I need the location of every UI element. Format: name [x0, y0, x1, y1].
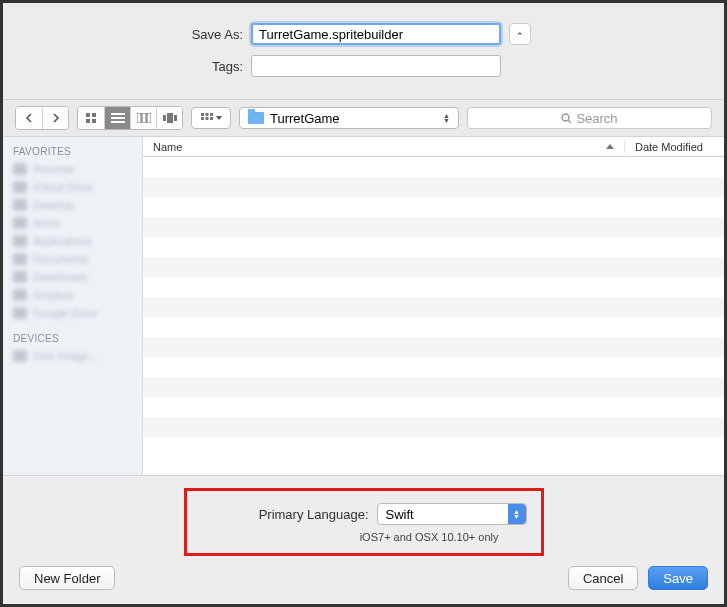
svg-rect-15 [210, 113, 213, 116]
table-row [143, 437, 724, 457]
table-row [143, 377, 724, 397]
save-dialog: Save As: Tags: [3, 3, 724, 604]
table-row [143, 277, 724, 297]
dialog-button-row: New Folder Cancel Save [19, 566, 708, 590]
browser-toolbar: TurretGame ▲▼ Search [3, 99, 724, 137]
coverflow-view-icon [163, 113, 177, 123]
search-placeholder: Search [576, 111, 617, 126]
primary-language-label: Primary Language: [259, 507, 369, 522]
collapse-toggle-button[interactable] [509, 23, 531, 45]
chevron-left-icon [25, 113, 33, 123]
column-header-date[interactable]: Date Modified [624, 141, 724, 153]
icons-view-icon [85, 112, 97, 124]
search-input[interactable]: Search [467, 107, 712, 129]
file-rows[interactable] [143, 157, 724, 475]
new-folder-button[interactable]: New Folder [19, 566, 115, 590]
view-list-button[interactable] [104, 107, 130, 129]
chevron-down-icon [216, 116, 222, 120]
view-columns-button[interactable] [130, 107, 156, 129]
svg-rect-6 [111, 121, 125, 123]
svg-rect-10 [163, 115, 166, 121]
svg-line-20 [569, 120, 572, 123]
sidebar-item[interactable]: iCloud Drive [3, 178, 142, 196]
bottom-section: Primary Language: Swift ▲▼ iOS7+ and OSX… [3, 476, 724, 604]
view-mode-group [77, 106, 183, 130]
primary-language-highlight: Primary Language: Swift ▲▼ iOS7+ and OSX… [184, 488, 544, 556]
svg-rect-7 [137, 113, 141, 123]
sidebar-item[interactable]: Desktop [3, 196, 142, 214]
table-row [143, 357, 724, 377]
svg-rect-13 [201, 113, 204, 116]
sidebar-item[interactable]: Google Drive [3, 304, 142, 322]
path-label: TurretGame [270, 111, 340, 126]
svg-rect-17 [205, 117, 208, 120]
chevron-right-icon [52, 113, 60, 123]
sidebar-section-devices: Devices [3, 330, 142, 347]
table-row [143, 317, 724, 337]
table-row [143, 177, 724, 197]
svg-rect-3 [92, 119, 96, 123]
nav-back-forward-group [15, 106, 69, 130]
svg-rect-16 [201, 117, 204, 120]
sidebar-item[interactable]: Documents [3, 250, 142, 268]
table-row [143, 337, 724, 357]
table-row [143, 197, 724, 217]
primary-language-select[interactable]: Swift ▲▼ [377, 503, 527, 525]
sidebar-section-favorites: Favorites [3, 143, 142, 160]
table-row [143, 257, 724, 277]
table-row [143, 297, 724, 317]
save-as-input[interactable] [251, 23, 501, 45]
table-row [143, 417, 724, 437]
folder-icon [248, 112, 264, 124]
column-header-name[interactable]: Name [143, 141, 624, 153]
svg-rect-14 [205, 113, 208, 116]
nav-back-button[interactable] [16, 107, 42, 129]
svg-rect-5 [111, 117, 125, 119]
svg-rect-2 [86, 119, 90, 123]
search-icon [561, 113, 572, 124]
svg-rect-1 [92, 113, 96, 117]
group-by-dropdown[interactable] [191, 107, 231, 129]
updown-icon: ▲▼ [443, 113, 450, 123]
sort-asc-icon [606, 144, 614, 149]
save-button[interactable]: Save [648, 566, 708, 590]
svg-rect-4 [111, 113, 125, 115]
save-as-label: Save As: [23, 27, 243, 42]
svg-point-19 [562, 114, 569, 121]
sidebar-item[interactable]: Applications [3, 232, 142, 250]
tags-label: Tags: [23, 59, 243, 74]
save-as-row: Save As: [23, 23, 704, 45]
primary-language-value: Swift [386, 507, 414, 522]
sidebar-item[interactable]: Recents [3, 160, 142, 178]
nav-forward-button[interactable] [42, 107, 68, 129]
svg-rect-9 [147, 113, 151, 123]
table-row [143, 397, 724, 417]
svg-rect-18 [210, 117, 213, 120]
list-view-icon [111, 113, 125, 123]
file-area: Name Date Modified [143, 137, 724, 475]
sidebar-item[interactable]: Dropbox [3, 286, 142, 304]
cancel-button[interactable]: Cancel [568, 566, 638, 590]
sidebar-item[interactable]: Disk Image… [3, 347, 142, 365]
chevron-up-icon [516, 27, 524, 42]
view-coverflow-button[interactable] [156, 107, 182, 129]
sidebar-item[interactable]: home [3, 214, 142, 232]
svg-rect-8 [142, 113, 146, 123]
sidebar: Favorites Recents iCloud Drive Desktop h… [3, 137, 143, 475]
svg-rect-11 [167, 113, 173, 123]
table-row [143, 237, 724, 257]
columns-view-icon [137, 113, 151, 123]
sidebar-item[interactable]: Downloads [3, 268, 142, 286]
table-row [143, 217, 724, 237]
select-arrows-icon: ▲▼ [508, 504, 526, 524]
file-list-header: Name Date Modified [143, 137, 724, 157]
path-dropdown[interactable]: TurretGame ▲▼ [239, 107, 459, 129]
tags-input[interactable] [251, 55, 501, 77]
svg-rect-0 [86, 113, 90, 117]
view-icons-button[interactable] [78, 107, 104, 129]
svg-rect-12 [174, 115, 177, 121]
grid-icon [201, 113, 213, 123]
tags-row: Tags: [23, 55, 704, 77]
top-form-section: Save As: Tags: [3, 3, 724, 99]
file-browser: Favorites Recents iCloud Drive Desktop h… [3, 137, 724, 476]
